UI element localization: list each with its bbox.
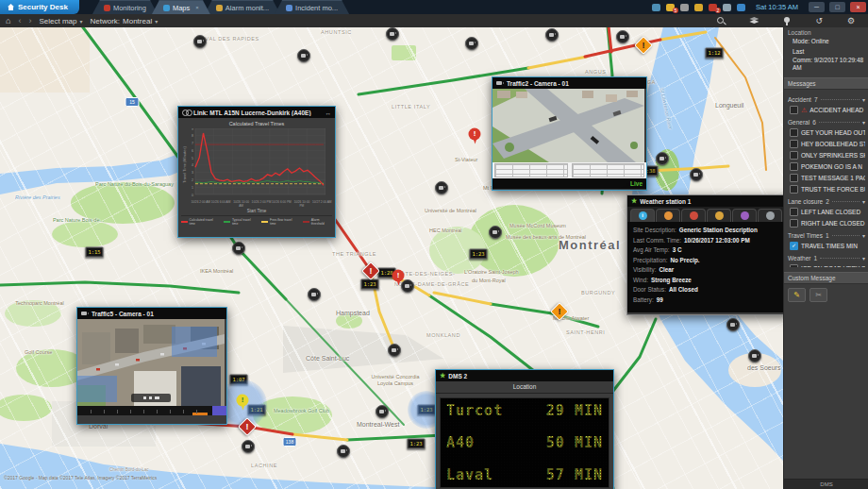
chart-popup-header[interactable]: Link: MTL A15N Lucerne-Dunkirk (A40E) ↔: [178, 107, 335, 118]
traffic5-camera-popup[interactable]: Traffic5 - Camera - 01: [76, 307, 227, 425]
collapse-arrow-icon[interactable]: ▾: [862, 198, 865, 205]
pin-icon[interactable]: [783, 17, 791, 25]
traffic-camera-icon[interactable]: [232, 242, 245, 255]
message-item[interactable]: ONLY SPRINKLERS SHO: [790, 151, 865, 160]
selected-pin-icon[interactable]: !: [237, 395, 249, 411]
settings-gear-icon[interactable]: ⚙: [847, 17, 855, 25]
playback-controls[interactable]: [131, 394, 171, 402]
message-group-general[interactable]: General6▾: [788, 119, 865, 126]
event-pin-icon[interactable]: !: [392, 270, 405, 286]
alert-tab[interactable]: [681, 209, 706, 222]
collapse-arrow-icon[interactable]: ▾: [862, 119, 865, 126]
close-button[interactable]: ×: [850, 2, 866, 12]
dms-sign-icon[interactable]: 1:12: [706, 48, 724, 59]
dms-bottom-tab[interactable]: DMS: [784, 479, 868, 489]
traffic-camera-icon[interactable]: [726, 318, 740, 331]
message-checkbox[interactable]: [790, 140, 798, 148]
close-tab-icon[interactable]: ×: [195, 5, 199, 10]
settings-tab[interactable]: [758, 209, 782, 222]
traffic2-camera-popup[interactable]: Traffic2 - Camera - 01 Live: [492, 76, 647, 191]
message-group-accident[interactable]: Accident7▾: [788, 96, 865, 103]
warning-alert-icon[interactable]: !: [634, 36, 653, 55]
collapse-arrow-icon[interactable]: ▾: [862, 255, 865, 261]
message-item[interactable]: LEFT LANE CLOSED: [790, 208, 865, 216]
message-item[interactable]: RIGHT LANE CLOSED: [790, 219, 865, 228]
collapse-arrow-icon[interactable]: ▾: [862, 96, 865, 103]
search-icon[interactable]: [717, 17, 725, 25]
traffic-camera-icon[interactable]: [386, 27, 399, 41]
tab-maps[interactable]: Maps×: [152, 0, 210, 14]
edit-message-button[interactable]: ✎: [788, 288, 806, 302]
message-item[interactable]: HEY BOOBLEHEAD ST: [790, 140, 865, 148]
tab-monitoring[interactable]: Monitoring: [92, 0, 158, 14]
traffic-camera-icon[interactable]: [242, 440, 255, 453]
dms-popup-header[interactable]: ★ DMS 2: [436, 370, 613, 381]
warning-alert-icon[interactable]: !: [550, 302, 569, 321]
layers-icon[interactable]: [749, 17, 759, 25]
back-button[interactable]: ‹: [18, 16, 21, 25]
traffic-camera-icon[interactable]: [376, 405, 389, 418]
travel-time-chart-popup[interactable]: Link: MTL A15N Lucerne-Dunkirk (A40E) ↔ …: [177, 106, 336, 238]
weather-station-popup[interactable]: ★ Weather station 1 i Site Description:G…: [626, 194, 791, 315]
traffic-camera-icon[interactable]: [337, 445, 350, 458]
notification-icon[interactable]: [694, 4, 703, 11]
minimize-button[interactable]: ─: [809, 2, 825, 12]
network-dropdown[interactable]: Network: Montreal ▾: [90, 17, 158, 25]
message-item[interactable]: ICE ON ROAD VERY S: [790, 264, 865, 266]
traffic-camera-icon[interactable]: [690, 168, 703, 181]
message-checkbox[interactable]: [790, 128, 798, 137]
collapse-arrow-icon[interactable]: ▾: [862, 232, 865, 239]
traffic-camera-icon[interactable]: [616, 30, 629, 43]
forward-button[interactable]: ›: [28, 16, 31, 25]
app-menu-button[interactable]: Security Desk: [0, 0, 79, 14]
dms-sign-popup[interactable]: ★ DMS 2 Location Turcot29 MINA4050 MINLa…: [435, 369, 614, 489]
video-timeline[interactable]: [77, 406, 226, 415]
message-checkbox[interactable]: [790, 106, 798, 114]
traffic-camera-icon[interactable]: [656, 152, 669, 165]
message-item[interactable]: TRUST THE FORCE BU: [790, 185, 865, 194]
traffic-camera-icon[interactable]: [545, 28, 559, 42]
camera-popup-header[interactable]: Traffic2 - Camera - 01: [492, 77, 646, 89]
alarm-status-icon[interactable]: 5: [666, 4, 675, 11]
tiles-icon[interactable]: [652, 4, 660, 11]
expand-icon[interactable]: ↔: [326, 110, 332, 116]
user-icon[interactable]: [680, 4, 689, 11]
info-tab[interactable]: i: [630, 209, 655, 222]
message-checkbox[interactable]: [790, 162, 798, 171]
camera-popup-header[interactable]: Traffic5 - Camera - 01: [77, 308, 226, 319]
message-checkbox[interactable]: [790, 174, 798, 182]
traffic-camera-icon[interactable]: [388, 344, 401, 357]
video-tile[interactable]: [77, 319, 225, 406]
message-checkbox[interactable]: ✓: [790, 242, 798, 250]
timeline-mode-button[interactable]: [212, 406, 226, 415]
message-checkbox[interactable]: [790, 208, 798, 216]
network-icon[interactable]: [737, 4, 745, 11]
history-icon[interactable]: ↺: [815, 17, 823, 25]
audio-icon[interactable]: [723, 4, 731, 11]
message-item[interactable]: TEST MESSAGE 1 PAG: [790, 174, 865, 182]
event-pin-icon[interactable]: !: [469, 128, 481, 144]
temperature-tab[interactable]: [656, 209, 680, 222]
home-map-button[interactable]: ⌂: [6, 16, 10, 25]
message-checkbox[interactable]: [790, 151, 798, 160]
message-item[interactable]: GET YOUR HEAD OUT: [790, 128, 865, 137]
weather-popup-header[interactable]: ★ Weather station 1: [627, 195, 790, 207]
traffic-camera-icon[interactable]: [489, 226, 502, 239]
dms-sign-icon[interactable]: 1:23: [408, 439, 426, 449]
maximize-button[interactable]: □: [829, 2, 845, 12]
message-group-travel-times[interactable]: Travel Times1▾: [788, 232, 865, 239]
dms-sign-icon[interactable]: 1:15: [86, 247, 104, 258]
select-map-dropdown[interactable]: Select map ▾: [39, 17, 82, 25]
video-tile[interactable]: [492, 89, 644, 162]
clear-message-button[interactable]: ✂: [810, 288, 827, 302]
message-item[interactable]: POKEMON GO IS A N: [790, 162, 865, 171]
tab-alarm-monit-[interactable]: Alarm monit...: [205, 0, 280, 14]
traffic-camera-icon[interactable]: [297, 49, 310, 62]
dms-sign-icon[interactable]: 1:23: [361, 279, 379, 290]
traffic-camera-icon[interactable]: [193, 35, 207, 48]
message-checkbox[interactable]: [790, 219, 798, 228]
event-icon[interactable]: 2: [709, 4, 717, 11]
wind-tab[interactable]: [707, 209, 731, 222]
dms-sign-icon[interactable]: 1:23: [470, 249, 488, 260]
message-group-weather[interactable]: Weather1▾: [788, 255, 865, 261]
